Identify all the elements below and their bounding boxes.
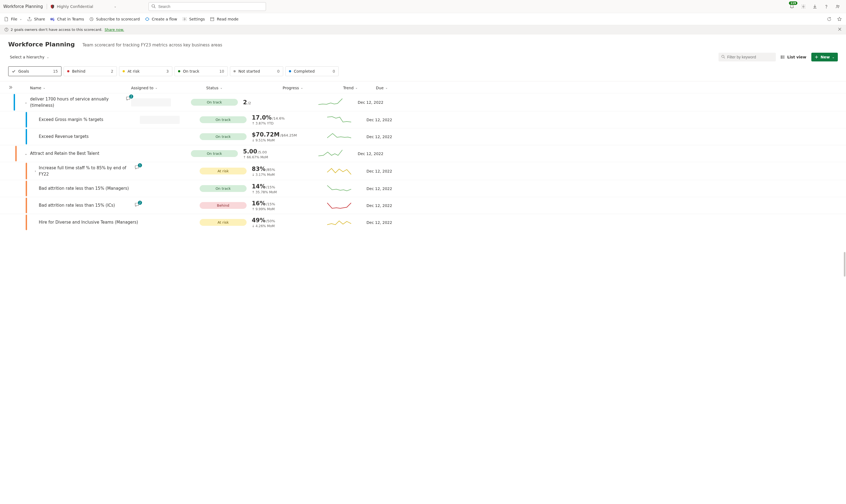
progress-cell: 16%/15%↑ 9.99% MoM	[252, 200, 312, 211]
help-button[interactable]	[824, 4, 829, 9]
status-card-goals[interactable]: Goals15	[8, 66, 61, 76]
chevron-down-icon: ⌄	[155, 86, 158, 90]
status-card-not-started[interactable]: Not started0	[230, 66, 283, 76]
assigned-cell	[140, 116, 194, 124]
settings-button[interactable]	[801, 4, 806, 9]
status-cell: On track	[186, 99, 243, 106]
progress-value: 14%	[252, 183, 266, 190]
column-assigned[interactable]: Assigned to ⌄	[131, 86, 186, 90]
progress-target: /85%	[266, 168, 275, 172]
download-button[interactable]	[812, 4, 817, 9]
comment-icon[interactable]: 2	[126, 96, 131, 102]
status-pill[interactable]: Behind	[200, 202, 247, 209]
search-box[interactable]	[148, 2, 266, 11]
chevron-down-icon[interactable]: ⌄	[24, 101, 27, 104]
goal-name-cell: Bad attrition rate less than 15% (ICs)2	[39, 202, 140, 209]
column-name-label: Name	[30, 86, 41, 90]
hierarchy-selector[interactable]: Select a hierarchy ⌄	[8, 54, 51, 60]
status-pill[interactable]: At risk	[200, 168, 247, 175]
sensitivity-label: Highly Confidential	[57, 4, 93, 9]
status-pill[interactable]: On track	[191, 150, 238, 157]
status-pill[interactable]: On track	[200, 116, 247, 123]
file-menu[interactable]: File ⌄	[4, 17, 22, 22]
svg-point-5	[838, 5, 840, 6]
subscribe-button[interactable]: Subscribe to scorecard	[89, 17, 140, 22]
expand-cell: ⌄	[8, 101, 30, 104]
download-icon	[812, 4, 817, 9]
profile-button[interactable]	[835, 4, 841, 9]
due-date: Dec 12, 2022	[358, 151, 388, 156]
goal-name-cell: Hire for Diverse and Inclusive Teams (Ma…	[39, 219, 140, 226]
share-button[interactable]: Share	[27, 17, 45, 22]
status-card-completed[interactable]: Completed0	[285, 66, 339, 76]
notifications-button[interactable]: 119	[789, 4, 795, 9]
new-button[interactable]: New ⌄	[811, 53, 838, 61]
column-progress[interactable]: Progress ⌄	[243, 86, 303, 90]
trend-cell	[312, 201, 366, 210]
due-date: Dec 12, 2022	[366, 203, 397, 208]
status-card-count: 3	[166, 69, 169, 73]
chat-label: Chat in Teams	[57, 17, 84, 21]
close-banner-button[interactable]	[838, 27, 842, 32]
chevron-down-icon[interactable]: ⌄	[24, 152, 27, 156]
create-flow-button[interactable]: Create a flow	[145, 17, 177, 22]
goal-name-cell: Bad attrition rate less than 15% (Manage…	[39, 185, 140, 192]
comment-icon[interactable]: 2	[134, 202, 140, 208]
list-view-button[interactable]: List view	[781, 55, 806, 59]
status-card-count: 2	[111, 69, 113, 73]
column-status[interactable]: Status ⌄	[186, 86, 243, 90]
comment-icon[interactable]: 1	[134, 165, 140, 170]
status-card-label: Behind	[72, 69, 86, 73]
goal-row[interactable]: ⌄deliver 1700 hours of service annually …	[0, 93, 846, 111]
trend-sparkline-icon	[327, 115, 351, 124]
status-pill[interactable]: On track	[200, 133, 247, 140]
column-trend-label: Trend	[343, 86, 353, 90]
status-cell: On track	[194, 185, 252, 192]
goal-row[interactable]: ›Increase full time staff % to 85% by en…	[0, 162, 846, 180]
status-cards-row: Goals15Behind2At risk3On track10Not star…	[0, 65, 846, 82]
expand-all-button[interactable]	[8, 85, 30, 90]
favorite-button[interactable]	[837, 16, 842, 22]
settings-button[interactable]: Settings	[182, 17, 205, 22]
refresh-button[interactable]	[826, 16, 832, 22]
status-pill[interactable]: On track	[200, 185, 247, 192]
column-due[interactable]: Due ⌄	[358, 86, 388, 90]
column-trend[interactable]: Trend ⌄	[303, 86, 358, 90]
status-pill[interactable]: On track	[191, 99, 238, 106]
progress-value: 16%	[252, 200, 266, 207]
due-date: Dec 12, 2022	[366, 118, 397, 122]
status-card-behind[interactable]: Behind2	[64, 66, 117, 76]
status-card-label: Completed	[294, 69, 314, 73]
share-now-link[interactable]: Share now.	[105, 28, 124, 32]
status-card-at-risk[interactable]: At risk3	[119, 66, 172, 76]
progress-target: /14.6%	[272, 116, 285, 121]
trend-cell	[303, 98, 358, 107]
progress-cell: 5.00/5.00↑ 66.67% MoM	[243, 148, 303, 159]
progress-delta: ↓ 9.51% MoM	[252, 139, 275, 142]
filter-input[interactable]	[719, 53, 776, 61]
goal-name: deliver 1700 hours of service annually (…	[30, 96, 122, 108]
column-name[interactable]: Name ⌄	[30, 86, 131, 90]
goal-color-bar	[15, 146, 17, 161]
goal-row[interactable]: Exceed Gross margin % targetsOn track17.…	[0, 111, 846, 128]
goal-row[interactable]: Hire for Diverse and Inclusive Teams (Ma…	[0, 214, 846, 231]
goal-row[interactable]: Bad attrition rate less than 15% (Manage…	[0, 180, 846, 197]
goal-row[interactable]: Exceed Revenue targetsOn track$70.72M/$6…	[0, 128, 846, 145]
goal-row[interactable]: Bad attrition rate less than 15% (ICs)2B…	[0, 197, 846, 214]
settings-label: Settings	[189, 17, 205, 21]
filter-box[interactable]	[719, 53, 776, 61]
status-card-label: Goals	[18, 69, 29, 73]
goal-row[interactable]: ⌄Attract and Retain the Best TalentOn tr…	[0, 145, 846, 162]
sensitivity-button[interactable]: Highly Confidential ⌄	[48, 4, 119, 9]
read-mode-button[interactable]: Read mode	[210, 17, 238, 22]
goal-name: Attract and Retain the Best Talent	[30, 150, 131, 157]
trend-sparkline-icon	[327, 218, 351, 227]
column-due-label: Due	[376, 86, 384, 90]
status-card-label: Not started	[238, 69, 260, 73]
status-pill[interactable]: At risk	[200, 219, 247, 226]
chevron-right-icon[interactable]: ›	[35, 169, 36, 173]
share-icon	[27, 17, 32, 22]
status-card-on-track[interactable]: On track10	[175, 66, 228, 76]
search-input[interactable]	[148, 2, 266, 11]
chat-teams-button[interactable]: T Chat in Teams	[50, 17, 84, 22]
